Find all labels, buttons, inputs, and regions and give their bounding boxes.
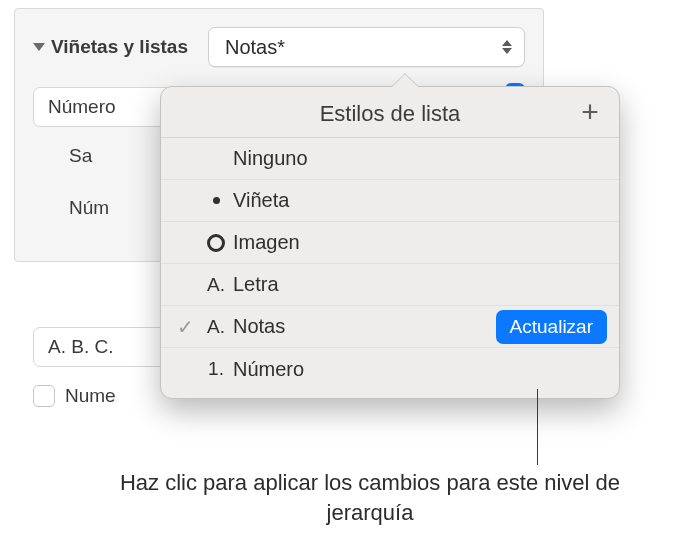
list-styles-popover: Estilos de lista + Ninguno Viñeta Imagen [160,86,620,399]
tiered-numbers-row: Nume [33,385,116,407]
list-style-label: Letra [233,273,607,296]
list-style-selected-label: Notas* [225,36,285,59]
list-style-item-number[interactable]: 1. Número [161,348,619,390]
section-header-row: Viñetas y listas Notas* [33,27,525,67]
popover-arrow-icon [391,74,419,88]
bullet-slot [199,197,233,204]
number-type-label: Número [48,96,116,118]
prefix-text: A. [207,316,225,338]
update-style-button[interactable]: Actualizar [496,310,607,344]
prefix-text: 1. [208,358,224,380]
list-style-label: Imagen [233,231,607,254]
chevron-down-icon [33,43,45,51]
ring-bullet-icon [207,234,225,252]
list-styles-list: Ninguno Viñeta Imagen A. Letra ✓ [161,137,619,390]
bullet-slot: 1. [199,358,233,380]
bullet-slot: A. [199,316,233,338]
tiered-numbers-label: Nume [65,385,116,407]
number-format-label: A. B. C. [48,336,113,358]
list-style-label: Viñeta [233,189,607,212]
list-style-item-image[interactable]: Imagen [161,222,619,264]
bullet-slot: A. [199,274,233,296]
callout-leader-line [537,389,538,465]
checkmark-icon: ✓ [171,315,199,339]
bullet-slot [199,234,233,252]
list-style-label: Notas [233,315,496,338]
dot-bullet-icon [213,197,220,204]
popover-title: Estilos de lista [320,101,461,127]
list-style-dropdown[interactable]: Notas* [208,27,525,67]
prefix-text: A. [207,274,225,296]
list-style-label: Número [233,358,607,381]
section-title[interactable]: Viñetas y listas [33,36,188,58]
callout-text: Haz clic para aplicar los cambios para e… [100,468,640,527]
list-style-item-notas[interactable]: ✓ A. Notas Actualizar [161,306,619,348]
add-style-button[interactable]: + [575,97,605,127]
list-style-label: Ninguno [233,147,607,170]
list-style-item-none[interactable]: Ninguno [161,138,619,180]
tiered-numbers-checkbox[interactable] [33,385,55,407]
list-style-item-bullet[interactable]: Viñeta [161,180,619,222]
plus-icon: + [581,97,599,127]
popover-header: Estilos de lista + [161,87,619,137]
list-style-item-letter[interactable]: A. Letra [161,264,619,306]
updown-chevron-icon [502,40,512,54]
section-title-label: Viñetas y listas [51,36,188,58]
